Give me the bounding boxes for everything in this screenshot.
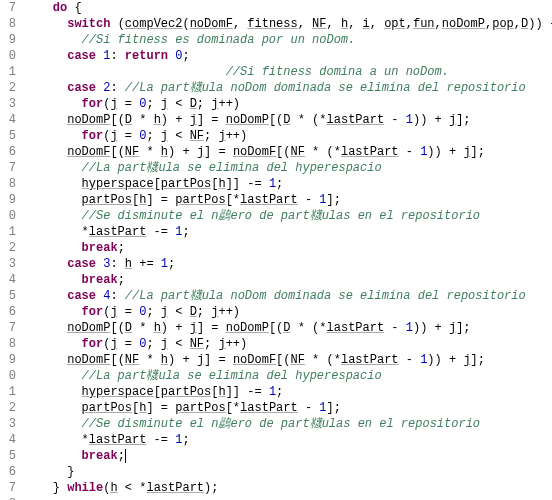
- line-number: 6: [0, 464, 16, 480]
- token: -: [399, 353, 421, 367]
- code-line[interactable]: do {: [24, 0, 552, 16]
- code-editor[interactable]: 789012345678901234567890123456789 do { s…: [0, 0, 552, 500]
- token-id: NF: [291, 145, 305, 159]
- token: ++): [218, 97, 240, 111]
- token: *: [139, 353, 161, 367]
- token-id: opt: [384, 17, 406, 31]
- token: * (*: [291, 113, 327, 127]
- token: ;: [118, 449, 125, 463]
- token: ];: [456, 113, 470, 127]
- token: );: [204, 481, 218, 495]
- code-line[interactable]: } while(h < *lastPart);: [24, 480, 552, 496]
- code-line[interactable]: [24, 496, 552, 500]
- line-number: 9: [0, 352, 16, 368]
- token-cm: //Se disminute el n鷐ero de part韈ulas en …: [82, 417, 480, 431]
- code-line[interactable]: noDomF[(NF * h) + j] = noDomF[(NF * (*la…: [24, 144, 552, 160]
- text-caret: [125, 449, 126, 463]
- token-kw: return: [125, 49, 168, 63]
- code-line[interactable]: for(j = 0; j < D; j++): [24, 304, 552, 320]
- code-line[interactable]: hyperspace[partPos[h]] -= 1;: [24, 176, 552, 192]
- token-id: hyperspace: [82, 177, 154, 191]
- token: ] =: [204, 353, 233, 367]
- line-number: 5: [0, 288, 16, 304]
- line-number: 2: [0, 240, 16, 256]
- token-cm: //Si fitness domina a un noDom.: [226, 65, 449, 79]
- code-line[interactable]: case 2: //La part韈ula noDom dominada se …: [24, 80, 552, 96]
- code-line[interactable]: for(j = 0; j < NF; j++): [24, 128, 552, 144]
- token-id: partPos: [175, 401, 225, 415]
- code-line[interactable]: *lastPart -= 1;: [24, 432, 552, 448]
- token-cm: //La part韈ula noDom dominada se elimina …: [125, 81, 526, 95]
- code-line[interactable]: case 3: h += 1;: [24, 256, 552, 272]
- code-line[interactable]: //Se disminute el n鷐ero de part韈ulas en …: [24, 208, 552, 224]
- token-id: D: [190, 305, 197, 319]
- token-cm: //Se disminute el n鷐ero de part韈ulas en …: [82, 209, 480, 223]
- token-id: noDomF: [67, 145, 110, 159]
- code-line[interactable]: for(j = 0; j < NF; j++): [24, 336, 552, 352]
- code-line[interactable]: //Se disminute el n鷐ero de part韈ulas en …: [24, 416, 552, 432]
- token: -: [298, 193, 320, 207]
- token-id: NF: [125, 353, 139, 367]
- token-id: j: [110, 337, 117, 351]
- code-line[interactable]: break;: [24, 240, 552, 256]
- token: [: [154, 385, 161, 399]
- code-line[interactable]: case 4: //La part韈ula noDom dominada se …: [24, 288, 552, 304]
- code-line[interactable]: *lastPart -= 1;: [24, 224, 552, 240]
- line-number: 5: [0, 448, 16, 464]
- code-line[interactable]: }: [24, 464, 552, 480]
- line-number: 0: [0, 48, 16, 64]
- token: }: [67, 465, 74, 479]
- token-id: j: [218, 337, 225, 351]
- token-id: h: [218, 177, 225, 191]
- code-line[interactable]: case 1: return 0;: [24, 48, 552, 64]
- token-id: j: [161, 97, 168, 111]
- token: ]] -=: [226, 177, 269, 191]
- token-id: noDomP: [67, 113, 110, 127]
- code-line[interactable]: //La part韈ula se elimina del hyperespaci…: [24, 160, 552, 176]
- code-line[interactable]: partPos[h] = partPos[*lastPart - 1];: [24, 400, 552, 416]
- token-kw: case: [67, 81, 96, 95]
- code-line[interactable]: //Si fitness domina a un noDom.: [24, 64, 552, 80]
- code-area[interactable]: do { switch (compVec2(noDomF, fitness, N…: [20, 0, 552, 500]
- code-line[interactable]: partPos[h] = partPos[*lastPart - 1];: [24, 192, 552, 208]
- code-line[interactable]: noDomP[(D * h) + j] = noDomP[(D * (*last…: [24, 320, 552, 336]
- code-line[interactable]: break;: [24, 272, 552, 288]
- token: [: [154, 177, 161, 191]
- token-id: NF: [190, 129, 204, 143]
- line-number: 4: [0, 112, 16, 128]
- token: -: [298, 401, 320, 415]
- token: =: [118, 337, 140, 351]
- token-id: j: [161, 337, 168, 351]
- token: =: [118, 97, 140, 111]
- code-line[interactable]: //Si fitness es dominada por un noDom.: [24, 32, 552, 48]
- token: ) +: [161, 113, 190, 127]
- code-line[interactable]: hyperspace[partPos[h]] -= 1;: [24, 384, 552, 400]
- code-line[interactable]: noDomF[(NF * h) + j] = noDomF[(NF * (*la…: [24, 352, 552, 368]
- token-kw: do: [53, 1, 67, 15]
- token: * (*: [291, 321, 327, 335]
- token-num: 1: [269, 177, 276, 191]
- line-number-gutter: 789012345678901234567890123456789: [0, 0, 20, 500]
- code-line[interactable]: for(j = 0; j < D; j++): [24, 96, 552, 112]
- code-line[interactable]: noDomP[(D * h) + j] = noDomP[(D * (*last…: [24, 112, 552, 128]
- code-line[interactable]: break;: [24, 448, 552, 464]
- token: ;: [276, 177, 283, 191]
- token-kw: break: [82, 449, 118, 463]
- token-kw: switch: [67, 17, 110, 31]
- token: [(: [110, 113, 124, 127]
- token: ;: [146, 129, 160, 143]
- token: -=: [146, 433, 175, 447]
- token: ;: [146, 97, 160, 111]
- code-line[interactable]: //La part韈ula se elimina del hyperespaci…: [24, 368, 552, 384]
- token: [(: [110, 321, 124, 335]
- token-cm: //La part韈ula noDom dominada se elimina …: [125, 289, 526, 303]
- token: ,: [298, 17, 312, 31]
- token-id: compVec2: [125, 17, 183, 31]
- token: ,: [327, 17, 341, 31]
- token-kw: case: [67, 257, 96, 271]
- token-id: j: [161, 129, 168, 143]
- code-line[interactable]: switch (compVec2(noDomF, fitness, NF, h,…: [24, 16, 552, 32]
- token: *: [82, 433, 89, 447]
- token-id: j: [110, 97, 117, 111]
- token: ;: [168, 257, 175, 271]
